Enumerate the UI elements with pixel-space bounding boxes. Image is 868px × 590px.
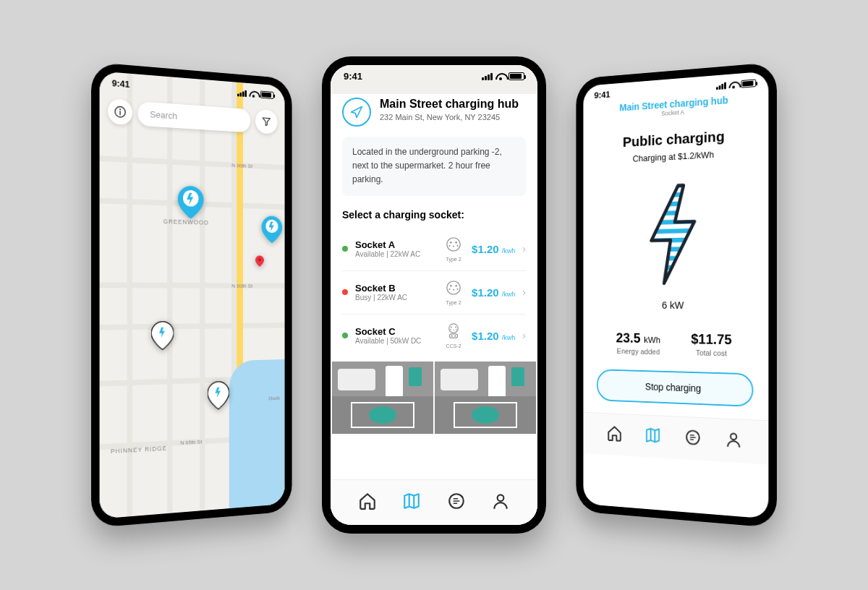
charger-pin[interactable]	[178, 186, 204, 222]
wifi-icon	[249, 90, 258, 98]
hub-info-box: Located in the underground parking -2, n…	[342, 137, 526, 196]
svg-point-21	[456, 288, 458, 289]
nav-history[interactable]	[446, 490, 467, 512]
battery-icon	[260, 91, 274, 99]
phone-hub-screen: 9:41 Main Street charging hub 232 Main S…	[322, 56, 546, 534]
svg-point-14	[453, 245, 454, 247]
wifi-icon	[495, 73, 506, 80]
svg-point-23	[451, 326, 452, 328]
nav-history[interactable]	[683, 427, 702, 448]
energy-stat: 23.5 kWh Energy added	[616, 330, 660, 356]
nav-home[interactable]	[357, 490, 378, 512]
socket-name: Socket A	[355, 239, 435, 250]
svg-point-13	[448, 244, 450, 246]
socket-row[interactable]: Socket A Available | 22kW AC Type 2 $1.2…	[342, 228, 526, 271]
bottom-nav	[583, 412, 768, 465]
hub-photos[interactable]	[331, 362, 537, 434]
plug-ccs-icon: CCS-2	[443, 323, 464, 349]
status-dot	[342, 333, 348, 338]
nav-profile[interactable]	[490, 490, 511, 512]
stop-charging-button[interactable]: Stop charging	[597, 369, 754, 407]
svg-point-32	[498, 495, 504, 501]
street-label: N 65th St	[180, 439, 202, 446]
charging-power: 6 kW	[583, 292, 768, 333]
poi-pin[interactable]	[255, 255, 264, 270]
nav-profile[interactable]	[723, 429, 744, 450]
svg-rect-28	[450, 333, 458, 338]
svg-rect-7	[119, 111, 120, 115]
status-bar: 9:41	[331, 65, 537, 85]
navigate-button[interactable]	[342, 98, 371, 127]
svg-point-20	[453, 288, 454, 290]
hub-title: Main Street charging hub	[380, 98, 519, 111]
svg-point-10	[447, 237, 460, 250]
bottom-nav	[331, 479, 537, 525]
svg-point-25	[450, 328, 451, 330]
svg-point-16	[447, 281, 460, 294]
svg-point-18	[455, 284, 457, 286]
svg-point-19	[448, 288, 450, 289]
svg-point-24	[455, 326, 456, 328]
status-time: 9:41	[344, 71, 362, 82]
svg-point-27	[456, 328, 457, 330]
status-dot	[342, 246, 348, 252]
socket-name: Socket C	[355, 326, 435, 337]
hub-photo[interactable]	[332, 362, 433, 434]
section-title: Select a charging socket:	[331, 206, 537, 228]
status-time: 9:41	[112, 78, 130, 90]
socket-row[interactable]: Socket B Busy | 22kW AC Type 2 $1.20 /kw…	[342, 271, 526, 315]
hub-photo[interactable]	[435, 362, 536, 434]
info-button[interactable]	[108, 98, 132, 125]
charger-pin[interactable]	[262, 215, 283, 247]
svg-point-22	[449, 323, 459, 333]
svg-point-26	[453, 329, 454, 330]
cost-stat: $11.75 Total cost	[691, 331, 731, 357]
charger-pin[interactable]	[151, 321, 174, 353]
nav-map[interactable]	[644, 424, 663, 445]
street-label: Duck	[269, 395, 280, 401]
chevron-right-icon: ›	[522, 286, 526, 298]
charger-pin[interactable]	[208, 381, 229, 413]
hub-address: 232 Main St, New York, NY 23245	[380, 113, 519, 121]
socket-price: $1.20 /kwh	[472, 243, 515, 255]
socket-price: $1.20 /kwh	[472, 286, 515, 299]
nav-home[interactable]	[605, 423, 624, 444]
charging-bolt-icon	[583, 163, 768, 292]
filter-button[interactable]	[255, 109, 277, 134]
street-label: N 90th St	[231, 162, 252, 169]
socket-price: $1.20 /kwh	[472, 330, 515, 342]
plug-type-icon: Type 2	[443, 236, 464, 262]
street-label: N 80th St	[231, 283, 252, 288]
phone-map-screen: GREENWOOD N 80th St N 90th St N 65th St …	[91, 62, 292, 529]
status-dot	[342, 289, 348, 295]
nav-map[interactable]	[401, 490, 422, 512]
chevron-right-icon: ›	[522, 243, 526, 255]
svg-point-12	[455, 241, 457, 243]
status-time: 9:41	[595, 89, 610, 100]
signal-icon	[237, 89, 247, 96]
socket-row[interactable]: Socket C Available | 50kW DC CCS-2 $1.20…	[342, 315, 526, 357]
svg-point-6	[119, 108, 121, 110]
map-background[interactable]: GREENWOOD N 80th St N 90th St N 65th St …	[100, 71, 285, 518]
svg-point-11	[450, 241, 452, 243]
signal-icon	[482, 73, 493, 80]
socket-name: Socket B	[355, 283, 435, 294]
battery-icon	[509, 72, 524, 80]
chevron-right-icon: ›	[522, 330, 526, 341]
svg-point-29	[451, 335, 453, 336]
svg-point-36	[731, 433, 736, 440]
socket-list: Socket A Available | 22kW AC Type 2 $1.2…	[331, 228, 537, 357]
battery-icon	[741, 79, 756, 87]
phone-charging-screen: 9:41 Main Street charging hub Socket A P…	[576, 62, 777, 529]
svg-point-15	[456, 244, 458, 246]
svg-point-30	[454, 335, 456, 336]
plug-type-icon: Type 2	[443, 280, 464, 305]
wifi-icon	[729, 81, 739, 89]
signal-icon	[716, 82, 726, 90]
svg-point-17	[450, 284, 452, 286]
